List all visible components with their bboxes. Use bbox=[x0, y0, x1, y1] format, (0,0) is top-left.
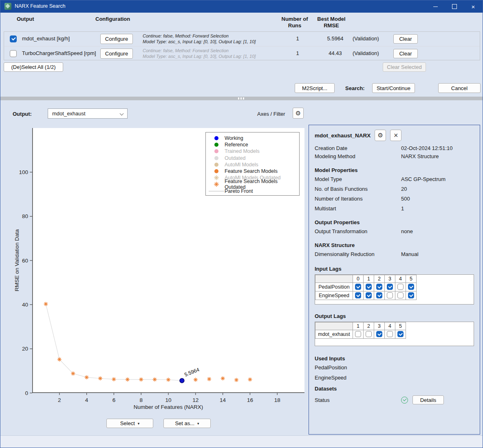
section-heading: Model Properties bbox=[315, 166, 474, 174]
splitter-handle[interactable] bbox=[0, 97, 483, 100]
set-as-dropdown-button[interactable]: Set as...▾ bbox=[163, 419, 211, 428]
svg-text:18: 18 bbox=[274, 397, 280, 403]
output-table: mdot_exhaust [kg/h] Configure Continue: … bbox=[4, 31, 480, 60]
lag-column-header: 1 bbox=[353, 322, 364, 330]
lag-checkbox[interactable] bbox=[355, 331, 361, 337]
status-label: Status bbox=[315, 397, 401, 403]
legend-dot-icon bbox=[208, 143, 225, 147]
clear-button[interactable]: Clear bbox=[393, 49, 418, 58]
column-header-output: Output bbox=[17, 16, 34, 22]
lag-checkbox[interactable] bbox=[387, 284, 393, 290]
column-header-runs: Number of Runs bbox=[274, 16, 315, 29]
used-inputs-list: PedalPositionEngineSpeed bbox=[315, 362, 474, 383]
lag-checkbox[interactable] bbox=[366, 284, 372, 290]
lag-checkbox[interactable] bbox=[355, 292, 361, 298]
row-checkbox[interactable] bbox=[10, 50, 17, 57]
field-label: Creation Date bbox=[315, 145, 401, 151]
lag-checkbox[interactable] bbox=[397, 292, 404, 298]
lag-checkbox[interactable] bbox=[387, 292, 393, 298]
lag-column-header: 3 bbox=[385, 275, 395, 283]
lag-column-header: 5 bbox=[395, 322, 406, 330]
status-ok-icon bbox=[401, 397, 408, 404]
lag-row-label: mdot_exhaust bbox=[315, 330, 353, 339]
lag-checkbox[interactable] bbox=[408, 284, 414, 290]
svg-text:12: 12 bbox=[192, 397, 198, 403]
lag-checkbox[interactable] bbox=[387, 331, 393, 337]
maximize-icon[interactable] bbox=[445, 0, 464, 13]
output-select-value: mdot_exhaust bbox=[52, 110, 86, 117]
table-row: TurboChargerShaftSpeed [rpm] Configure C… bbox=[4, 46, 480, 60]
lag-checkbox[interactable] bbox=[366, 292, 372, 298]
deselect-all-button[interactable]: (De)Select All (1/2) bbox=[4, 62, 63, 72]
start-continue-button[interactable]: Start/Continue bbox=[372, 83, 415, 93]
lag-checkbox[interactable] bbox=[376, 292, 382, 298]
legend-dot-icon bbox=[208, 136, 225, 140]
plot-legend[interactable]: WorkingReferenceTrained ModelsOutdatedAu… bbox=[205, 132, 300, 196]
chevron-down-icon bbox=[120, 112, 124, 116]
axes-filter-gear-icon[interactable]: ⚙ bbox=[293, 108, 304, 119]
legend-item[interactable]: Outdated bbox=[208, 155, 299, 161]
svg-text:4: 4 bbox=[85, 397, 88, 403]
table-row: mdot_exhaust [kg/h] Configure Continue: … bbox=[4, 32, 480, 46]
legend-label: Pareto Front bbox=[225, 188, 253, 194]
legend-item[interactable]: Feature Search Models bbox=[208, 168, 299, 174]
minimize-icon[interactable] bbox=[426, 0, 445, 13]
rmse-kind: (Validation) bbox=[353, 35, 379, 42]
lag-checkbox[interactable] bbox=[376, 284, 382, 290]
lag-row-label: PedalPosition bbox=[315, 283, 353, 291]
model-settings-gear-icon[interactable]: ⚙ bbox=[375, 130, 386, 141]
section-heading: NARX Structure bbox=[315, 241, 474, 249]
lag-checkbox[interactable] bbox=[397, 331, 404, 337]
lag-table-corner bbox=[315, 275, 353, 283]
legend-dot-icon bbox=[208, 149, 225, 153]
clear-button[interactable]: Clear bbox=[393, 34, 418, 44]
clear-selected-button[interactable]: Clear Selected bbox=[383, 62, 426, 72]
section-heading: Used Inputs bbox=[315, 354, 474, 362]
close-icon[interactable]: × bbox=[464, 0, 483, 13]
cancel-button[interactable]: Cancel bbox=[438, 83, 481, 93]
svg-text:10: 10 bbox=[165, 397, 171, 403]
output-name: TurboChargerShaftSpeed [rpm] bbox=[22, 50, 96, 56]
runs-count: 1 bbox=[273, 50, 322, 56]
legend-item[interactable]: Working bbox=[208, 135, 299, 141]
section-heading: Input Lags bbox=[315, 265, 474, 273]
section-heading: Output Properties bbox=[315, 218, 474, 226]
panel-close-icon[interactable]: × bbox=[390, 130, 401, 141]
svg-text:100: 100 bbox=[19, 169, 28, 175]
section-heading: Output Lags bbox=[315, 312, 474, 320]
model-title: mdot_exhaust_NARX bbox=[315, 132, 371, 139]
field-label: Multistart bbox=[315, 205, 401, 212]
section-heading: Datasets bbox=[315, 384, 474, 393]
column-header-configuration: Configuration bbox=[95, 16, 130, 22]
legend-asterisk-icon bbox=[208, 175, 225, 181]
output-select-dropdown[interactable]: mdot_exhaust bbox=[48, 108, 128, 119]
footer-strip bbox=[0, 435, 483, 448]
svg-text:2: 2 bbox=[58, 397, 61, 403]
lag-row-label: EngineSpeed bbox=[315, 291, 353, 300]
row-checkbox[interactable] bbox=[10, 35, 17, 42]
svg-text:20: 20 bbox=[22, 346, 28, 352]
configure-button[interactable]: Configure bbox=[100, 49, 133, 59]
details-button[interactable]: Details bbox=[412, 395, 444, 404]
lag-checkbox[interactable] bbox=[376, 331, 382, 337]
m2script-button[interactable]: M2Script... bbox=[295, 83, 335, 93]
legend-line-icon bbox=[208, 191, 225, 192]
lag-checkbox[interactable] bbox=[366, 331, 372, 337]
lag-column-header: 5 bbox=[406, 275, 417, 283]
legend-item[interactable]: Reference bbox=[208, 141, 299, 148]
dropdown-arrow-icon: ▾ bbox=[138, 422, 140, 426]
legend-item[interactable]: AutoMl Models bbox=[208, 161, 299, 168]
lag-column-header: 4 bbox=[385, 322, 395, 330]
legend-label: Feature Search Models bbox=[225, 168, 278, 174]
lag-column-header: 2 bbox=[374, 275, 385, 283]
legend-label: Outdated bbox=[225, 155, 245, 161]
legend-item[interactable]: Feature Search Models Outdated bbox=[208, 181, 299, 188]
lag-checkbox[interactable] bbox=[397, 284, 404, 290]
select-dropdown-button[interactable]: Select▾ bbox=[106, 419, 153, 428]
lag-checkbox[interactable] bbox=[355, 284, 361, 290]
lag-checkbox[interactable] bbox=[408, 292, 414, 298]
svg-text:60: 60 bbox=[22, 258, 28, 264]
legend-item[interactable]: Trained Models bbox=[208, 148, 299, 154]
configure-button[interactable]: Configure bbox=[100, 34, 133, 44]
lag-column-header: 0 bbox=[353, 275, 364, 283]
